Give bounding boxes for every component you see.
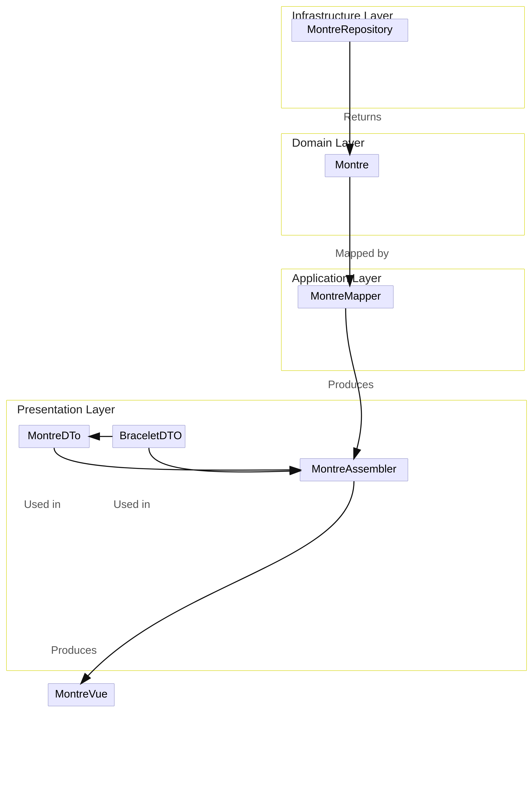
application-layer-label: Application Layer [292, 271, 381, 285]
montre-mapper-node[interactable]: MontreMapper [298, 285, 394, 308]
produces1-label: Produces [328, 378, 374, 391]
returns-label: Returns [344, 110, 381, 123]
montre-node[interactable]: Montre [325, 154, 379, 177]
montre-dto-node[interactable]: MontreDTo [19, 425, 90, 448]
used-in-1-label: Used in [24, 498, 61, 510]
montre-assembler-node[interactable]: MontreAssembler [300, 458, 408, 481]
application-layer-box: Application Layer [281, 269, 525, 371]
domain-layer-label: Domain Layer [292, 136, 365, 149]
used-in-2-label: Used in [113, 498, 150, 510]
mapped-by-label: Mapped by [335, 247, 389, 259]
bracelet-dto-node[interactable]: BraceletDTO [112, 425, 185, 448]
domain-layer-box: Domain Layer [281, 133, 525, 236]
presentation-layer-label: Presentation Layer [17, 403, 115, 416]
montre-vue-node[interactable]: MontreVue [48, 683, 115, 706]
montre-repository-node[interactable]: MontreRepository [291, 19, 408, 42]
produces2-label: Produces [51, 644, 97, 656]
